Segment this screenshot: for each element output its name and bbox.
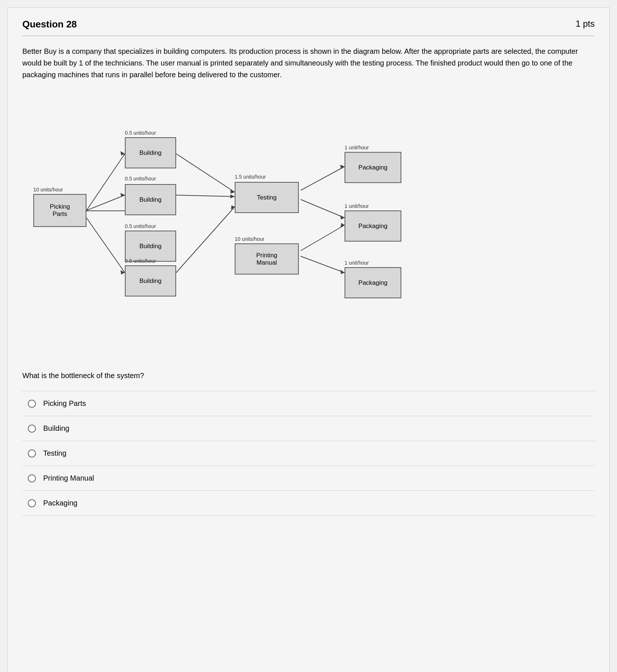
radio-packaging[interactable] xyxy=(28,499,36,507)
svg-marker-1 xyxy=(120,151,125,156)
option-picking-parts[interactable]: Picking Parts xyxy=(22,391,595,416)
svg-line-12 xyxy=(301,167,345,190)
svg-marker-3 xyxy=(120,193,125,197)
node-building3: Building xyxy=(125,231,176,262)
rate-testing: 1.5 units/hour xyxy=(235,174,266,180)
node-testing: Testing xyxy=(235,182,299,213)
option-printing-manual-label: Printing Manual xyxy=(43,474,94,482)
node-packaging1: Packaging xyxy=(345,152,401,183)
rate-building2: 0.5 units/hour xyxy=(125,176,156,182)
node-building2-label: Building xyxy=(140,196,162,204)
radio-printing-manual[interactable] xyxy=(28,474,36,482)
rate-packaging2: 1 unit/hour xyxy=(345,203,369,209)
rate-printing-manual: 10 units/hour xyxy=(235,236,264,242)
radio-building[interactable] xyxy=(28,425,36,433)
option-picking-parts-label: Picking Parts xyxy=(43,399,86,408)
svg-line-10 xyxy=(176,207,235,273)
page: Question 28 1 pts Better Buy is a compan… xyxy=(7,7,610,672)
node-picking-parts-label: PickingParts xyxy=(50,203,70,218)
svg-line-6 xyxy=(176,154,235,192)
rate-building4: 0.5 units/hour xyxy=(125,258,156,264)
node-packaging2-label: Packaging xyxy=(358,223,387,230)
option-testing[interactable]: Testing xyxy=(22,441,595,466)
rate-packaging3: 1 unit/hour xyxy=(345,260,369,266)
node-building2: Building xyxy=(125,184,176,215)
option-printing-manual[interactable]: Printing Manual xyxy=(22,466,595,491)
svg-line-18 xyxy=(301,256,345,273)
node-packaging1-label: Packaging xyxy=(358,164,387,171)
radio-picking-parts[interactable] xyxy=(28,400,36,408)
node-packaging3-label: Packaging xyxy=(358,279,387,287)
node-packaging2: Packaging xyxy=(345,210,401,242)
node-building4: Building xyxy=(125,265,176,296)
svg-line-8 xyxy=(176,195,235,197)
svg-marker-13 xyxy=(340,165,345,169)
svg-line-14 xyxy=(301,199,345,218)
svg-marker-17 xyxy=(341,223,345,227)
radio-testing[interactable] xyxy=(28,449,36,458)
answer-options: Picking Parts Building Testing Printing … xyxy=(22,391,595,516)
svg-marker-19 xyxy=(341,270,345,274)
node-building1: Building xyxy=(125,137,176,168)
svg-marker-7 xyxy=(230,189,235,194)
node-building4-label: Building xyxy=(140,277,162,285)
node-building1-label: Building xyxy=(140,149,162,157)
diagram-container: PickingParts 10 units/hour 0.5 units/hou… xyxy=(22,93,595,357)
question-pts: 1 pts xyxy=(576,19,595,29)
svg-line-16 xyxy=(301,225,345,251)
rate-building3: 0.5 units/hour xyxy=(125,223,156,229)
node-printing-manual-label: PrintingManual xyxy=(256,252,278,266)
option-testing-label: Testing xyxy=(43,449,66,458)
rate-building1: 0.5 units/hour xyxy=(125,130,156,136)
question-header: Question 28 1 pts xyxy=(22,19,595,36)
node-picking-parts: PickingParts xyxy=(33,194,86,227)
rate-picking-parts: 10 units/hour xyxy=(33,187,63,193)
node-packaging3: Packaging xyxy=(345,267,401,298)
rate-packaging1: 1 unit/hour xyxy=(345,145,369,150)
svg-line-4 xyxy=(86,218,125,273)
node-testing-label: Testing xyxy=(257,194,277,201)
option-building-label: Building xyxy=(43,424,69,433)
svg-marker-15 xyxy=(340,215,345,220)
option-packaging-label: Packaging xyxy=(43,499,77,507)
svg-marker-11 xyxy=(231,205,235,210)
svg-marker-5 xyxy=(120,270,125,275)
svg-marker-9 xyxy=(230,194,235,198)
svg-line-0 xyxy=(86,154,125,210)
diagram-svg xyxy=(22,93,595,357)
sub-question: What is the bottleneck of the system? xyxy=(22,372,595,380)
question-title: Question 28 xyxy=(22,19,77,30)
option-packaging[interactable]: Packaging xyxy=(22,491,595,516)
node-building3-label: Building xyxy=(140,243,162,250)
arrow-picking-to-building3 xyxy=(86,208,129,213)
option-building[interactable]: Building xyxy=(22,416,595,441)
node-printing-manual: PrintingManual xyxy=(235,243,299,275)
question-text: Better Buy is a company that specializes… xyxy=(22,45,595,81)
